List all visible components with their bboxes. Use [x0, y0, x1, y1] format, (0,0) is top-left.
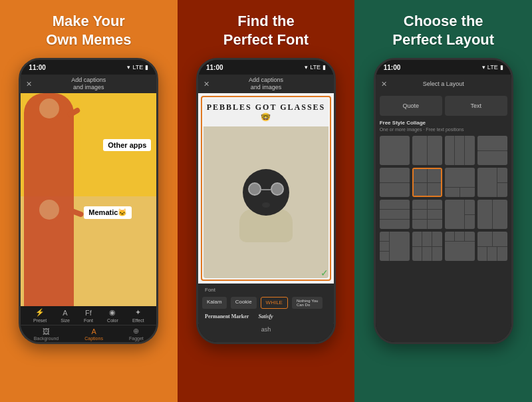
- layout-item-9[interactable]: [380, 200, 410, 229]
- checkmark-icon[interactable]: ✓: [321, 268, 329, 278]
- layout-item-10[interactable]: [412, 200, 442, 229]
- layout-grids: [380, 136, 507, 261]
- font-kalam[interactable]: Kalam: [202, 297, 227, 309]
- font-satisfy[interactable]: Satisfy: [255, 313, 275, 320]
- effect-icon: ✦: [135, 308, 141, 317]
- toolbar-title-2: Add captions and images: [249, 77, 283, 91]
- layout-top-options: Quote Text: [376, 93, 511, 117]
- layout-item-12[interactable]: [477, 200, 507, 229]
- layout-pattern-half-v2: [380, 168, 410, 197]
- layout-item-14[interactable]: [412, 232, 442, 261]
- nav-fagget[interactable]: ⊕ Fagget: [129, 327, 144, 341]
- layout-item-15[interactable]: [445, 232, 475, 261]
- status-time-3: 11:00: [384, 64, 401, 71]
- toolbar-effect[interactable]: ✦ Effect: [132, 308, 144, 323]
- status-icons-1: ▾ LTE ▮: [127, 64, 148, 71]
- toolbar-color[interactable]: ◉ Color: [107, 308, 118, 323]
- color-icon: ◉: [109, 308, 116, 317]
- size-icon: A: [63, 309, 67, 317]
- layout-item-5[interactable]: [380, 168, 410, 197]
- close-icon-1[interactable]: ✕: [26, 80, 32, 89]
- wifi-icon-2: ▾: [305, 64, 308, 71]
- layout-item-7[interactable]: [445, 168, 475, 197]
- font-screen: PEBBLES GOT GLASSES 🤓: [198, 93, 334, 323]
- layout-text[interactable]: Text: [445, 96, 507, 116]
- lte-icon-2: LTE: [310, 64, 321, 71]
- layout-item-2[interactable]: [412, 136, 442, 165]
- drake-arm-top: [67, 107, 81, 118]
- layout-item-4[interactable]: [477, 136, 507, 165]
- layout-pattern-mixed: [477, 232, 507, 261]
- font-image-area: PEBBLES GOT GLASSES 🤓: [198, 93, 334, 284]
- panel-layout: Choose thePerfect Layout 11:00 ▾ LTE ▮ ✕…: [354, 0, 532, 402]
- nav-captions[interactable]: A Captions: [84, 327, 103, 341]
- color-label: Color: [107, 318, 118, 323]
- drake-arm-bottom: [67, 207, 84, 218]
- mematic-emoji: 🐱: [118, 208, 127, 216]
- font-label-text: Font: [205, 287, 215, 293]
- layout-pattern-2x2: [414, 169, 441, 196]
- panel-memes: Make Your Own Memes 11:00 ▾ LTE ▮ ✕ Add …: [0, 0, 178, 402]
- layout-item-16[interactable]: [477, 232, 507, 261]
- layout-pattern-half-h2: [477, 200, 507, 229]
- preset-icon: ⚡: [35, 308, 45, 317]
- phone-2: 11:00 ▾ LTE ▮ ✕ Add captions and images …: [196, 58, 336, 344]
- battery-icon-2: ▮: [323, 64, 326, 71]
- font-image-inner: PEBBLES GOT GLASSES 🤓: [203, 99, 329, 278]
- layout-item-6-active[interactable]: [412, 168, 442, 197]
- font-permanent[interactable]: Permanent Marker: [202, 313, 251, 320]
- font-while[interactable]: WHILE: [261, 297, 288, 309]
- status-icons-2: ▾ LTE ▮: [305, 64, 326, 71]
- layout-quote[interactable]: Quote: [380, 96, 442, 116]
- font-label: Font: [84, 318, 93, 323]
- size-label: Size: [61, 318, 70, 323]
- layout-pattern-full: [380, 136, 410, 165]
- p2-icon-1[interactable]: ash: [261, 326, 271, 333]
- app-toolbar-3: ✕ Select a Layout: [376, 75, 511, 93]
- toolbar-size[interactable]: A Size: [61, 309, 70, 323]
- toolbar-icons-row-1: ⚡ Preset A Size Ff Font ◉ Color ✦ Effe: [21, 306, 156, 325]
- toolbar-preset[interactable]: ⚡ Preset: [33, 308, 47, 323]
- drake-figure-top: [24, 93, 74, 196]
- layout-pattern-thirds-v: [380, 200, 410, 229]
- drake-figure-bottom: [24, 196, 74, 306]
- panel-3-title: Choose thePerfect Layout: [392, 12, 494, 49]
- layout-pattern-half-v: [477, 136, 507, 165]
- layout-item-13[interactable]: [380, 232, 410, 261]
- layout-screen: Quote Text Free Style Collage One or mor…: [376, 93, 511, 342]
- preset-label: Preset: [33, 318, 47, 323]
- panel-font: Find the Perfect Font 11:00 ▾ LTE ▮ ✕ Ad…: [178, 0, 355, 402]
- status-bar-3: 11:00 ▾ LTE ▮: [376, 60, 511, 75]
- toolbar-nav-row-1: 🖼 Background A Captions ⊕ Fagget: [21, 325, 156, 342]
- status-time-2: 11:00: [206, 64, 223, 71]
- layout-pattern-3col2: [412, 232, 442, 261]
- layout-pattern-thirds-h: [445, 136, 475, 165]
- layout-pattern-big-top2: [445, 232, 475, 261]
- dog-eye-right: [271, 182, 284, 196]
- toolbar-font[interactable]: Ff Font: [84, 309, 93, 323]
- font-nothing[interactable]: Nothing YouCan Do: [292, 297, 323, 309]
- panel-2-title: Find the Perfect Font: [223, 12, 309, 49]
- lte-icon: LTE: [132, 64, 143, 71]
- app-toolbar-1: ✕ Add captions and images: [21, 75, 156, 93]
- layout-item-3[interactable]: [445, 136, 475, 165]
- layout-pattern-big-top: [445, 168, 475, 197]
- layout-content: Quote Text Free Style Collage One or mor…: [376, 93, 511, 342]
- layout-item-8[interactable]: [477, 168, 507, 197]
- close-icon-3[interactable]: ✕: [381, 80, 387, 89]
- close-icon-2[interactable]: ✕: [203, 80, 209, 89]
- fagget-icon: ⊕: [133, 327, 139, 335]
- layout-pattern-3col: [412, 200, 442, 229]
- text-label: Text: [470, 102, 481, 109]
- meme-bottom: Mematic🐱: [21, 196, 156, 306]
- drake-head-bottom: [39, 200, 59, 220]
- meme-label-mematic: Mematic🐱: [84, 206, 132, 219]
- layout-item-11[interactable]: [445, 200, 475, 229]
- nav-background[interactable]: 🖼 Background: [34, 327, 59, 341]
- meme-label-other-apps: Other apps: [103, 139, 151, 151]
- glasses-bridge: [261, 189, 271, 190]
- layout-item-1[interactable]: [380, 136, 410, 165]
- dog-photo: [203, 126, 329, 278]
- font-cookie[interactable]: Cookie: [231, 297, 257, 309]
- battery-icon: ▮: [145, 64, 148, 71]
